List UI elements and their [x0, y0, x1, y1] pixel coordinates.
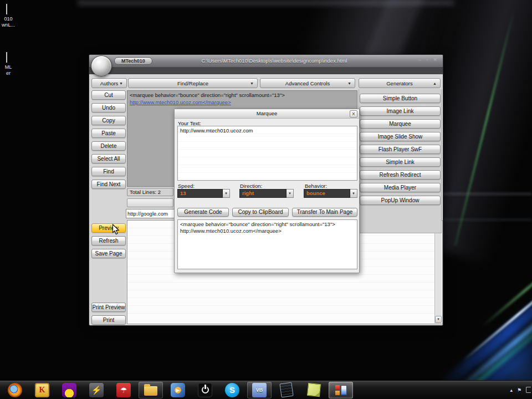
- refresh-button[interactable]: Refresh: [91, 236, 126, 245]
- output-code-line: <marquee behavior="bounce" direction="ri…: [180, 221, 355, 228]
- app-window: C:\Users\MTech010\Desktop\s\website\desi…: [89, 54, 443, 326]
- taskbar-item-notepad[interactable]: [274, 382, 299, 398]
- panel-header-authors[interactable]: Authors ▼: [91, 78, 127, 88]
- chevron-up-icon: ▲: [433, 81, 437, 85]
- skype-icon: S: [225, 383, 239, 397]
- dialog-title[interactable]: Marquee: [175, 109, 359, 119]
- scroll-down-button[interactable]: ▼: [435, 316, 442, 323]
- speed-dropdown[interactable]: 13 ▼: [177, 189, 230, 198]
- taskbar-item-sticky-notes[interactable]: [301, 382, 326, 398]
- url-input[interactable]: [126, 209, 175, 218]
- delete-button[interactable]: Delete: [91, 141, 126, 151]
- behavior-value: bounce: [304, 189, 350, 198]
- paste-button[interactable]: Paste: [91, 129, 126, 138]
- copy-button[interactable]: Copy: [91, 116, 126, 125]
- authors-button-column: Cut Undo Copy Paste Delete Select All Fi…: [91, 90, 126, 189]
- speed-label: Speed:: [178, 183, 195, 189]
- cut-button[interactable]: Cut: [91, 90, 126, 100]
- image-link-generator[interactable]: Image Link: [360, 106, 441, 116]
- chevron-down-icon: ▼: [250, 81, 254, 85]
- marquee-generator[interactable]: Marquee: [360, 119, 441, 129]
- background-streak: [443, 219, 532, 221]
- app-orb-button[interactable]: [91, 55, 112, 76]
- tray-flag-icon[interactable]: ⚑: [517, 387, 521, 393]
- view-button-column: Preview Refresh Save Page: [91, 223, 126, 258]
- tray-expand-icon[interactable]: ▴: [510, 387, 513, 393]
- transfer-to-main-page-button[interactable]: Transfer To Main Page: [292, 208, 357, 217]
- taskbar-item-kmplayer[interactable]: K: [30, 382, 54, 398]
- select-all-button[interactable]: Select All: [91, 154, 126, 163]
- undo-button[interactable]: Undo: [91, 103, 126, 112]
- dialog-close-button[interactable]: X: [350, 110, 357, 117]
- taskbar-item-active-app[interactable]: [329, 382, 353, 398]
- mouse-cursor: [112, 224, 120, 238]
- background-streak: [441, 193, 532, 195]
- your-text-input[interactable]: http://www.mtech010.ucoz.com: [177, 126, 357, 181]
- media-player-generator[interactable]: Media Player: [360, 183, 441, 192]
- find-button[interactable]: Find: [91, 167, 126, 176]
- visual-basic-icon: VB: [252, 383, 267, 397]
- flash-player-swf-generator[interactable]: Flash Player SwF: [360, 145, 441, 154]
- taskbar-item-power-app[interactable]: [193, 382, 217, 398]
- system-tray: ▴ ⚑: [510, 387, 532, 393]
- chevron-down-icon[interactable]: ▼: [223, 189, 230, 198]
- chevron-down-icon[interactable]: ▼: [287, 189, 294, 198]
- panel-header-find-replace[interactable]: Find/Replace ▼: [128, 78, 258, 88]
- taskbar-item-avira[interactable]: ☂: [111, 382, 136, 398]
- notepad-icon: [279, 383, 294, 397]
- taskbar-item-media-player[interactable]: ▶: [166, 382, 190, 398]
- panel-header-advanced-controls[interactable]: Advanced Controls ▼: [260, 78, 355, 88]
- image-slide-show-generator[interactable]: Image Slide Show: [360, 132, 441, 141]
- tray-network-icon[interactable]: [526, 387, 531, 393]
- title-bar-lower-band: [89, 67, 443, 74]
- speed-value: 13: [177, 189, 223, 198]
- chevron-down-icon: ▼: [119, 81, 123, 85]
- chevron-down-icon: ▼: [347, 81, 351, 85]
- print-preview-button[interactable]: Print Preview: [91, 303, 126, 312]
- copy-to-clipboard-button[interactable]: Copy to ClipBoard: [232, 208, 289, 217]
- generate-code-button[interactable]: Generate Code: [177, 208, 229, 217]
- taskbar-item-skype[interactable]: S: [220, 382, 244, 398]
- output-code-line: http://www.mtech010.ucoz.com</marquee>: [180, 228, 355, 234]
- taskbar-item-firefox[interactable]: [3, 382, 27, 398]
- behavior-label: Behavior:: [305, 183, 327, 189]
- close-button[interactable]: ✕: [433, 57, 437, 63]
- direction-dropdown[interactable]: right ▼: [239, 189, 294, 198]
- simple-button-generator[interactable]: Simple Button: [360, 94, 441, 103]
- code-line-link[interactable]: http://www.mtech010.ucoz.com</marquee>: [130, 99, 355, 106]
- media-player-icon: ▶: [171, 383, 185, 397]
- print-button-column: Print Preview Print: [91, 303, 126, 325]
- preview-button[interactable]: Preview: [91, 223, 126, 233]
- panel-header-generators[interactable]: Generators ▲: [359, 78, 441, 88]
- folder-icon: [144, 383, 158, 397]
- vertical-scrollbar[interactable]: ▲ ▼: [434, 221, 442, 323]
- popup-window-generator[interactable]: PopUp Window: [360, 196, 441, 205]
- taskbar-item-yahoo-messenger[interactable]: [57, 382, 81, 398]
- find-next-button[interactable]: Find Next: [91, 180, 126, 189]
- firefox-icon: [8, 383, 22, 397]
- total-lines-status: Total Lines: 2: [127, 188, 173, 196]
- desktop-shortcut-2[interactable]: ML er: [0, 53, 24, 76]
- desktop: 010 wnL... ML er C:\Users\MTech010\Deskt…: [0, 0, 532, 399]
- refresh-redirect-generator[interactable]: Refresh Redirect: [360, 170, 441, 180]
- app-window-icon: [334, 383, 348, 397]
- taskbar-item-explorer[interactable]: [139, 382, 163, 398]
- minimize-button[interactable]: –: [418, 57, 421, 63]
- empty-field: [127, 198, 173, 207]
- app-menu-button[interactable]: MTech010: [114, 57, 152, 65]
- simple-link-generator[interactable]: Simple Link: [360, 157, 441, 167]
- generated-code-output[interactable]: <marquee behavior="bounce" direction="ri…: [177, 219, 357, 269]
- behavior-dropdown[interactable]: bounce ▼: [304, 189, 357, 198]
- avira-icon: ☂: [116, 383, 131, 397]
- save-page-button[interactable]: Save Page: [91, 249, 126, 258]
- file-thumbnail-icon: [6, 4, 7, 14]
- chevron-down-icon[interactable]: ▼: [350, 189, 357, 198]
- taskbar-item-visual-basic[interactable]: VB: [247, 382, 272, 398]
- desktop-shortcut-1[interactable]: 010 wnL...: [0, 4, 24, 28]
- taskbar-item-winamp[interactable]: ⚡: [84, 382, 109, 398]
- sticky-notes-icon: [306, 383, 321, 397]
- maximize-button[interactable]: ▫: [426, 57, 428, 63]
- print-button[interactable]: Print: [91, 315, 126, 325]
- generators-button-column: Simple Button Image Link Marquee Image S…: [360, 94, 441, 205]
- window-controls: – ▫ ✕: [418, 57, 437, 63]
